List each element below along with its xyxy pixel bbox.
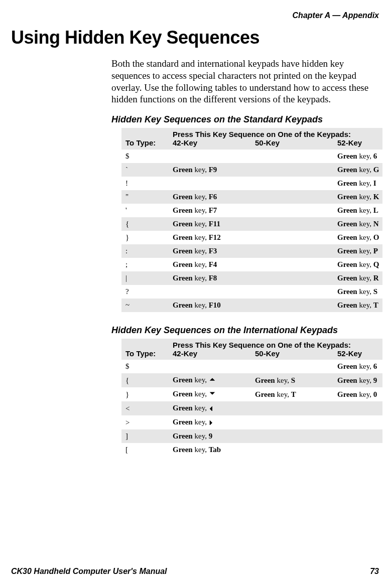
char-cell: $ bbox=[121, 360, 169, 373]
c42-cell: Green key, 9 bbox=[169, 429, 251, 443]
arrow-down-icon bbox=[209, 390, 216, 399]
c50-cell bbox=[251, 285, 333, 299]
footer-manual-title: CK30 Handheld Computer User's Manual bbox=[11, 567, 167, 576]
table-row: 'Green key, F7Green key, L bbox=[121, 204, 382, 217]
c50-cell bbox=[251, 429, 333, 443]
table-row: }Green key, F12Green key, O bbox=[121, 231, 382, 244]
col-span-header: Press This Key Sequence on One of the Ke… bbox=[169, 339, 382, 349]
c50-cell bbox=[251, 244, 333, 258]
c52-cell: Green key, N bbox=[333, 217, 382, 231]
arrow-up-icon bbox=[209, 376, 216, 385]
char-cell: $ bbox=[121, 150, 169, 163]
char-cell: ? bbox=[121, 285, 169, 299]
table-row: }Green key, Green key, TGreen key, 0 bbox=[121, 387, 382, 401]
table-row: $Green key, 6 bbox=[121, 360, 382, 373]
intro-paragraph: Both the standard and international keyp… bbox=[111, 58, 374, 105]
c52-cell bbox=[333, 443, 382, 457]
table-row: |Green key, F8Green key, R bbox=[121, 271, 382, 285]
c42-cell: Green key, F12 bbox=[169, 231, 251, 244]
table-row: {Green key, Green key, SGreen key, 9 bbox=[121, 373, 382, 387]
col-42key: 42-Key bbox=[169, 349, 251, 360]
c50-cell bbox=[251, 177, 333, 190]
c42-cell: Green key, F8 bbox=[169, 271, 251, 285]
char-cell: } bbox=[121, 387, 169, 401]
c42-cell: Green key, F10 bbox=[169, 299, 251, 312]
c52-cell: Green key, 9 bbox=[333, 373, 382, 387]
c50-cell bbox=[251, 163, 333, 177]
table-row: "Green key, F6Green key, K bbox=[121, 190, 382, 204]
char-cell: " bbox=[121, 190, 169, 204]
c52-cell: Green key, 6 bbox=[333, 150, 382, 163]
international-table-title: Hidden Key Sequences on the Internationa… bbox=[111, 325, 379, 336]
char-cell: ~ bbox=[121, 299, 169, 312]
c42-cell: Green key, F7 bbox=[169, 204, 251, 217]
c50-cell bbox=[251, 360, 333, 373]
c42-cell: Green key, F9 bbox=[169, 163, 251, 177]
svg-marker-2 bbox=[209, 406, 212, 411]
c42-cell bbox=[169, 285, 251, 299]
c50-cell bbox=[251, 415, 333, 429]
col-42key: 42-Key bbox=[169, 138, 251, 149]
c42-cell: Green key, bbox=[169, 415, 251, 429]
c52-cell: Green key, I bbox=[333, 177, 382, 190]
c50-cell bbox=[251, 443, 333, 457]
svg-marker-0 bbox=[209, 378, 215, 381]
svg-marker-1 bbox=[209, 392, 215, 395]
char-cell: < bbox=[121, 401, 169, 415]
section-title: Using Hidden Key Sequences bbox=[11, 27, 379, 48]
c52-cell: Green key, Q bbox=[333, 258, 382, 271]
table-row: {Green key, F11Green key, N bbox=[121, 217, 382, 231]
c52-cell: Green key, T bbox=[333, 299, 382, 312]
arrow-left-icon bbox=[209, 404, 216, 413]
table-row: >Green key, bbox=[121, 415, 382, 429]
c42-cell: Green key, F6 bbox=[169, 190, 251, 204]
char-cell: { bbox=[121, 373, 169, 387]
c50-cell bbox=[251, 271, 333, 285]
c50-cell bbox=[251, 204, 333, 217]
char-cell: ` bbox=[121, 163, 169, 177]
c42-cell: Green key, F4 bbox=[169, 258, 251, 271]
c52-cell bbox=[333, 401, 382, 415]
c52-cell: Green key, S bbox=[333, 285, 382, 299]
char-cell: | bbox=[121, 271, 169, 285]
page: Chapter A — Appendix Using Hidden Key Se… bbox=[0, 0, 390, 588]
c42-cell: Green key, Tab bbox=[169, 443, 251, 457]
c42-cell bbox=[169, 177, 251, 190]
chapter-header: Chapter A — Appendix bbox=[11, 11, 379, 20]
c50-cell bbox=[251, 190, 333, 204]
char-cell: { bbox=[121, 217, 169, 231]
char-cell: ! bbox=[121, 177, 169, 190]
table-row: $Green key, 6 bbox=[121, 150, 382, 163]
c42-cell: Green key, bbox=[169, 373, 251, 387]
table-row: [Green key, Tab bbox=[121, 443, 382, 457]
table-row: :Green key, F3Green key, P bbox=[121, 244, 382, 258]
char-cell: > bbox=[121, 415, 169, 429]
col-52key: 52-Key bbox=[333, 349, 382, 360]
c52-cell bbox=[333, 415, 382, 429]
c52-cell: Green key, K bbox=[333, 190, 382, 204]
c42-cell: Green key, bbox=[169, 387, 251, 401]
col-to-type: To Type: bbox=[121, 339, 169, 360]
c50-cell bbox=[251, 401, 333, 415]
c42-cell: Green key, F11 bbox=[169, 217, 251, 231]
char-cell: [ bbox=[121, 443, 169, 457]
col-to-type: To Type: bbox=[121, 128, 169, 150]
col-50key: 50-Key bbox=[251, 349, 333, 360]
c50-cell bbox=[251, 231, 333, 244]
footer-page-number: 73 bbox=[370, 567, 379, 576]
c52-cell: Green key, R bbox=[333, 271, 382, 285]
c50-cell bbox=[251, 217, 333, 231]
char-cell: } bbox=[121, 231, 169, 244]
table-row: !Green key, I bbox=[121, 177, 382, 190]
c52-cell: Green key, O bbox=[333, 231, 382, 244]
c42-cell bbox=[169, 360, 251, 373]
c52-cell: Green key, P bbox=[333, 244, 382, 258]
c50-cell: Green key, S bbox=[251, 373, 333, 387]
c50-cell: Green key, T bbox=[251, 387, 333, 401]
c52-cell: Green key, 0 bbox=[333, 387, 382, 401]
c42-cell bbox=[169, 150, 251, 163]
char-cell: ' bbox=[121, 204, 169, 217]
c42-cell: Green key, F3 bbox=[169, 244, 251, 258]
table-row: ;Green key, F4Green key, Q bbox=[121, 258, 382, 271]
standard-table-title: Hidden Key Sequences on the Standard Key… bbox=[111, 114, 379, 125]
